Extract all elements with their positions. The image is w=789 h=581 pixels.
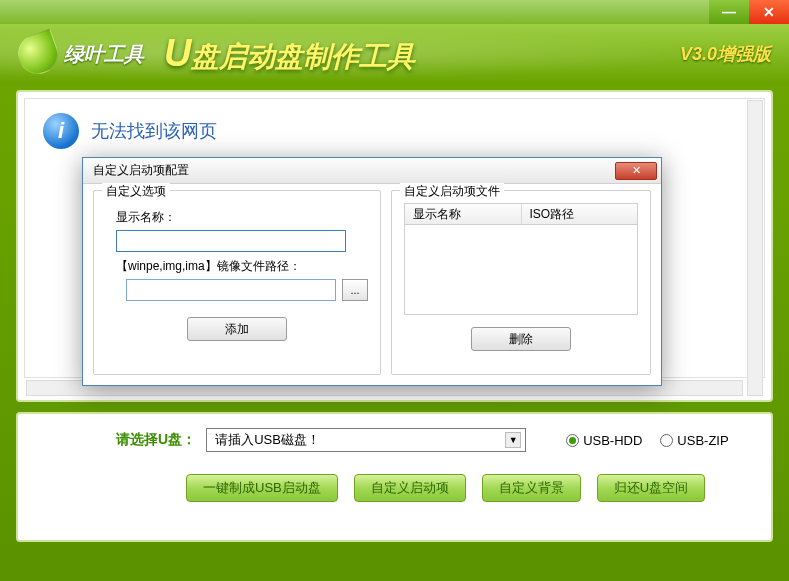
info-icon: i [43, 113, 79, 149]
error-text: 无法找到该网页 [91, 119, 217, 143]
path-input[interactable] [126, 279, 336, 301]
dialog-body: 自定义选项 显示名称： 【winpe,img,ima】镜像文件路径： ... 添… [83, 184, 661, 385]
radio-label-hdd: USB-HDD [583, 433, 642, 448]
col-name: 显示名称 [405, 204, 522, 224]
app-window: — ✕ 绿叶工具 U盘启动盘制作工具 V3.0增强版 i 无法找到该网页 请选择… [0, 0, 789, 581]
make-usb-button[interactable]: 一键制成USB启动盘 [186, 474, 338, 502]
col-iso: ISO路径 [522, 204, 638, 224]
titlebar: — ✕ [0, 0, 789, 24]
app-title-u: U [164, 32, 191, 74]
name-input[interactable] [116, 230, 346, 252]
table-body[interactable] [404, 225, 638, 315]
header: 绿叶工具 U盘启动盘制作工具 V3.0增强版 [0, 24, 789, 84]
add-button[interactable]: 添加 [187, 317, 287, 341]
name-label: 显示名称： [116, 209, 368, 226]
options-legend: 自定义选项 [102, 183, 170, 200]
custom-boot-button[interactable]: 自定义启动项 [354, 474, 466, 502]
dialog-titlebar: 自定义启动项配置 ✕ [83, 158, 661, 184]
options-fieldset: 自定义选项 显示名称： 【winpe,img,ima】镜像文件路径： ... 添… [93, 190, 381, 375]
radio-dot-icon [566, 434, 579, 447]
browse-button[interactable]: ... [342, 279, 368, 301]
dialog-close-button[interactable]: ✕ [615, 162, 657, 180]
custom-boot-dialog: 自定义启动项配置 ✕ 自定义选项 显示名称： 【winpe,img,ima】镜像… [82, 157, 662, 386]
chevron-down-icon: ▼ [505, 432, 521, 448]
radio-dot-icon [660, 434, 673, 447]
dialog-title: 自定义启动项配置 [93, 162, 189, 179]
version-label: V3.0增强版 [680, 42, 771, 66]
app-title: U盘启动盘制作工具 [164, 32, 415, 76]
files-legend: 自定义启动项文件 [400, 183, 504, 200]
logo-area: 绿叶工具 U盘启动盘制作工具 [18, 32, 415, 76]
leaf-icon [12, 28, 63, 79]
usb-select-dropdown[interactable]: 请插入USB磁盘！ ▼ [206, 428, 526, 452]
usb-select-row: 请选择U盘： 请插入USB磁盘！ ▼ USB-HDD USB-ZIP [36, 428, 753, 452]
delete-button[interactable]: 删除 [471, 327, 571, 351]
info-row: i 无法找到该网页 [43, 113, 746, 149]
radio-usb-zip[interactable]: USB-ZIP [660, 433, 728, 448]
custom-bg-button[interactable]: 自定义背景 [482, 474, 581, 502]
usb-select-value: 请插入USB磁盘！ [215, 431, 320, 449]
bottom-panel: 请选择U盘： 请插入USB磁盘！ ▼ USB-HDD USB-ZIP 一键制成U… [16, 412, 773, 542]
restore-space-button[interactable]: 归还U盘空间 [597, 474, 705, 502]
close-button[interactable]: ✕ [749, 0, 789, 24]
radio-usb-hdd[interactable]: USB-HDD [566, 433, 642, 448]
table-header: 显示名称 ISO路径 [404, 203, 638, 225]
minimize-button[interactable]: — [709, 0, 749, 24]
app-title-rest: 盘启动盘制作工具 [191, 41, 415, 72]
button-row: 一键制成USB启动盘 自定义启动项 自定义背景 归还U盘空间 [186, 474, 753, 502]
path-label: 【winpe,img,ima】镜像文件路径： [116, 258, 368, 275]
vertical-scrollbar[interactable] [747, 100, 763, 396]
radio-label-zip: USB-ZIP [677, 433, 728, 448]
files-fieldset: 自定义启动项文件 显示名称 ISO路径 删除 [391, 190, 651, 375]
brand-text: 绿叶工具 [64, 41, 144, 68]
usb-select-label: 请选择U盘： [116, 431, 196, 449]
radio-group: USB-HDD USB-ZIP [566, 433, 729, 448]
